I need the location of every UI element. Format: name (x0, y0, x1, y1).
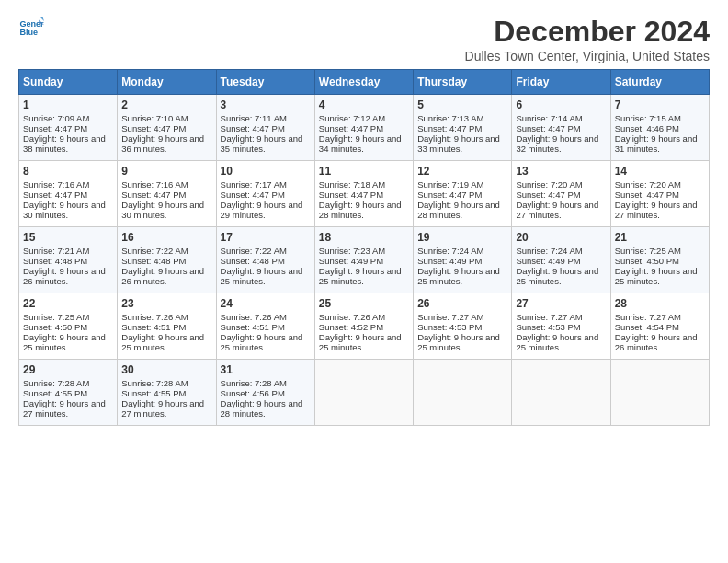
month-title: December 2024 (465, 15, 710, 49)
calendar-row-4: 29Sunrise: 7:28 AMSunset: 4:55 PMDayligh… (19, 360, 710, 426)
calendar-cell: 12Sunrise: 7:19 AMSunset: 4:47 PMDayligh… (414, 161, 512, 227)
sunrise-text: Sunrise: 7:26 AM (221, 312, 287, 322)
calendar-cell: 17Sunrise: 7:22 AMSunset: 4:48 PMDayligh… (216, 227, 314, 293)
sunset-text: Sunset: 4:50 PM (615, 256, 679, 266)
header-friday: Friday (512, 70, 610, 95)
sunset-text: Sunset: 4:49 PM (319, 256, 383, 266)
svg-text:General: General (19, 19, 44, 29)
calendar-cell: 8Sunrise: 7:16 AMSunset: 4:47 PMDaylight… (19, 161, 118, 227)
calendar-cell (512, 360, 610, 426)
header-thursday: Thursday (414, 70, 512, 95)
day-number: 18 (319, 231, 409, 244)
calendar-cell: 3Sunrise: 7:11 AMSunset: 4:47 PMDaylight… (216, 95, 314, 161)
calendar-row-0: 1Sunrise: 7:09 AMSunset: 4:47 PMDaylight… (19, 95, 710, 161)
calendar-cell: 24Sunrise: 7:26 AMSunset: 4:51 PMDayligh… (216, 293, 314, 360)
sunrise-text: Sunrise: 7:27 AM (615, 312, 681, 322)
sunset-text: Sunset: 4:47 PM (221, 123, 285, 133)
sunrise-text: Sunrise: 7:27 AM (516, 312, 582, 322)
sunrise-text: Sunrise: 7:21 AM (23, 246, 89, 256)
calendar-cell: 23Sunrise: 7:26 AMSunset: 4:51 PMDayligh… (118, 293, 216, 360)
calendar-cell: 5Sunrise: 7:13 AMSunset: 4:47 PMDaylight… (414, 95, 512, 161)
sunrise-text: Sunrise: 7:17 AM (221, 179, 287, 190)
sunrise-text: Sunrise: 7:25 AM (23, 312, 89, 322)
day-number: 27 (516, 297, 606, 310)
day-number: 3 (221, 98, 311, 111)
sunrise-text: Sunrise: 7:23 AM (319, 246, 385, 256)
calendar-cell: 21Sunrise: 7:25 AMSunset: 4:50 PMDayligh… (610, 227, 709, 293)
sunrise-text: Sunrise: 7:15 AM (615, 113, 681, 123)
sunrise-text: Sunrise: 7:27 AM (417, 312, 483, 322)
calendar-cell: 30Sunrise: 7:28 AMSunset: 4:55 PMDayligh… (118, 360, 216, 426)
calendar-cell: 10Sunrise: 7:17 AMSunset: 4:47 PMDayligh… (216, 161, 314, 227)
day-number: 12 (417, 165, 507, 178)
day-number: 13 (516, 165, 606, 178)
daylight-text: Daylight: 9 hours and 25 minutes. (615, 266, 698, 286)
day-number: 20 (516, 231, 606, 244)
day-number: 30 (121, 363, 211, 376)
location: Dulles Town Center, Virginia, United Sta… (465, 49, 710, 63)
sunset-text: Sunset: 4:47 PM (615, 190, 679, 200)
sunrise-text: Sunrise: 7:22 AM (121, 246, 188, 256)
daylight-text: Daylight: 9 hours and 25 minutes. (221, 266, 303, 286)
daylight-text: Daylight: 9 hours and 34 minutes. (319, 133, 402, 154)
sunset-text: Sunset: 4:48 PM (221, 256, 285, 266)
daylight-text: Daylight: 9 hours and 25 minutes. (516, 332, 598, 352)
day-number: 1 (23, 98, 113, 111)
daylight-text: Daylight: 9 hours and 29 minutes. (221, 200, 303, 220)
header-saturday: Saturday (610, 70, 709, 95)
day-number: 15 (23, 231, 113, 244)
calendar-cell: 2Sunrise: 7:10 AMSunset: 4:47 PMDaylight… (118, 95, 216, 161)
header-monday: Monday (118, 70, 216, 95)
day-number: 24 (221, 297, 311, 310)
daylight-text: Daylight: 9 hours and 26 minutes. (23, 266, 106, 286)
daylight-text: Daylight: 9 hours and 27 minutes. (516, 200, 598, 220)
day-number: 17 (221, 231, 311, 244)
header-wednesday: Wednesday (314, 70, 413, 95)
daylight-text: Daylight: 9 hours and 25 minutes. (319, 332, 402, 352)
calendar-cell: 15Sunrise: 7:21 AMSunset: 4:48 PMDayligh… (19, 227, 118, 293)
day-number: 14 (615, 165, 705, 178)
title-block: December 2024 Dulles Town Center, Virgin… (465, 15, 710, 63)
logo-icon: General Blue (18, 15, 44, 40)
day-number: 25 (319, 297, 409, 310)
sunrise-text: Sunrise: 7:20 AM (516, 179, 582, 190)
daylight-text: Daylight: 9 hours and 25 minutes. (23, 332, 106, 352)
svg-text:Blue: Blue (19, 28, 38, 37)
sunrise-text: Sunrise: 7:20 AM (615, 179, 681, 190)
day-number: 8 (23, 165, 113, 178)
day-number: 7 (615, 98, 705, 111)
daylight-text: Daylight: 9 hours and 25 minutes. (417, 332, 500, 352)
sunset-text: Sunset: 4:53 PM (417, 322, 482, 332)
sunset-text: Sunset: 4:52 PM (319, 322, 383, 332)
sunrise-text: Sunrise: 7:28 AM (221, 378, 287, 388)
sunset-text: Sunset: 4:47 PM (319, 190, 383, 200)
daylight-text: Daylight: 9 hours and 26 minutes. (615, 332, 698, 352)
daylight-text: Daylight: 9 hours and 30 minutes. (121, 200, 204, 220)
sunset-text: Sunset: 4:47 PM (516, 190, 580, 200)
sunset-text: Sunset: 4:48 PM (23, 256, 87, 266)
day-number: 4 (319, 98, 409, 111)
sunset-text: Sunset: 4:53 PM (516, 322, 580, 332)
day-number: 16 (121, 231, 211, 244)
daylight-text: Daylight: 9 hours and 36 minutes. (121, 133, 204, 154)
day-number: 21 (615, 231, 705, 244)
day-number: 11 (319, 165, 409, 178)
daylight-text: Daylight: 9 hours and 28 minutes. (221, 398, 303, 419)
sunset-text: Sunset: 4:49 PM (417, 256, 482, 266)
calendar-cell (414, 360, 512, 426)
calendar-cell: 16Sunrise: 7:22 AMSunset: 4:48 PMDayligh… (118, 227, 216, 293)
header-tuesday: Tuesday (216, 70, 314, 95)
sunrise-text: Sunrise: 7:26 AM (319, 312, 385, 322)
calendar-cell: 27Sunrise: 7:27 AMSunset: 4:53 PMDayligh… (512, 293, 610, 360)
calendar-row-1: 8Sunrise: 7:16 AMSunset: 4:47 PMDaylight… (19, 161, 710, 227)
daylight-text: Daylight: 9 hours and 32 minutes. (516, 133, 598, 154)
sunset-text: Sunset: 4:55 PM (23, 388, 87, 398)
calendar-row-2: 15Sunrise: 7:21 AMSunset: 4:48 PMDayligh… (19, 227, 710, 293)
calendar-cell: 13Sunrise: 7:20 AMSunset: 4:47 PMDayligh… (512, 161, 610, 227)
calendar-cell: 25Sunrise: 7:26 AMSunset: 4:52 PMDayligh… (314, 293, 413, 360)
calendar-header-row: SundayMondayTuesdayWednesdayThursdayFrid… (19, 70, 710, 95)
sunrise-text: Sunrise: 7:22 AM (221, 246, 287, 256)
sunset-text: Sunset: 4:47 PM (417, 190, 482, 200)
logo: General Blue (18, 15, 44, 40)
day-number: 10 (221, 165, 311, 178)
